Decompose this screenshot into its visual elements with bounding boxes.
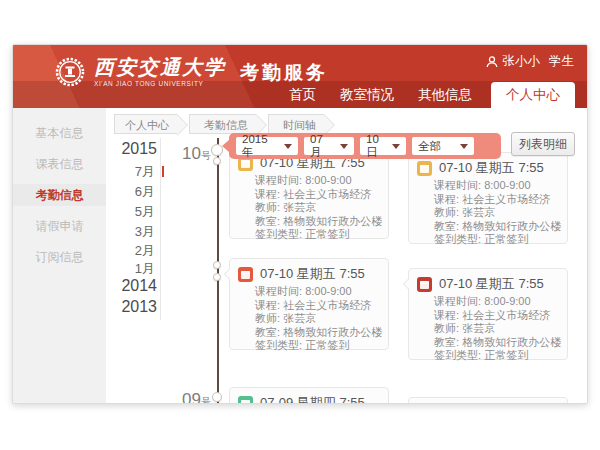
scale-month-1[interactable]: 1月 [135, 260, 155, 278]
sidebar-item-schedule-info[interactable]: 课表信息 [13, 153, 106, 175]
calendar-icon [417, 161, 432, 176]
sidebar-item-attendance-info[interactable]: 考勤信息 [13, 184, 106, 206]
chevron-down-icon [460, 144, 468, 149]
field-value: 张芸京 [283, 201, 316, 213]
field-label: 教室: [434, 220, 459, 232]
filter-bar: 2015年 07月 10日 全部 [229, 133, 501, 159]
field-label: 课程时间: [434, 295, 481, 307]
sidebar-item-leave-request[interactable]: 请假申请 [13, 215, 106, 237]
chevron-down-icon [392, 144, 400, 149]
attendance-card: 07-10 星期五 7:55 课程时间: 8:00-9:00 课程: 社会主义市… [229, 258, 389, 350]
scale-year-2014[interactable]: 2014 [121, 277, 157, 295]
user-info[interactable]: 张小小 学生 [486, 53, 575, 70]
nav-item-home[interactable]: 首页 [277, 81, 328, 108]
scale-month-7[interactable]: 7月 [135, 163, 155, 181]
day-number: 09 [182, 390, 201, 404]
field-label: 教师: [255, 201, 280, 213]
scale-separator [160, 138, 161, 320]
field-value: 8:00-9:00 [305, 174, 351, 186]
university-name-en: XI'AN JIAO TONG UNIVERSITY [94, 80, 226, 87]
type-dropdown[interactable]: 全部 [412, 137, 474, 155]
field-value: 格物致知行政办公楼 [283, 215, 382, 227]
card-date: 07-09 星期四 7:55 [260, 394, 365, 404]
timeline-axis [217, 138, 219, 403]
current-month-marker [162, 166, 164, 177]
list-detail-button[interactable]: 列表明细 [511, 132, 575, 156]
timeline-node [212, 392, 222, 402]
breadcrumb-label: 个人中心 [125, 119, 169, 131]
breadcrumb-label: 考勤信息 [204, 119, 248, 131]
university-logo-icon [55, 57, 85, 87]
field-value: 正常签到 [484, 349, 528, 361]
calendar-icon [238, 267, 253, 282]
month-dropdown-value: 07月 [310, 133, 334, 160]
nav-item-other[interactable]: 其他信息 [406, 81, 484, 108]
attendance-card: 07-10 星期五 7:55 课程时间: 8:00-9:00 课程: 社会主义市… [408, 152, 568, 244]
page: 西安交通大学 XI'AN JIAO TONG UNIVERSITY 考勤服务 张… [0, 0, 600, 450]
day-number: 10 [182, 144, 201, 163]
field-label: 课程时间: [255, 285, 302, 297]
day-dropdown-value: 10日 [366, 133, 386, 160]
university-name-cn: 西安交通大学 [94, 55, 226, 79]
timeline-day-09: 09号 [171, 390, 211, 404]
field-label: 课程: [434, 193, 459, 205]
field-value: 社会主义市场经济 [462, 193, 550, 205]
scale-year-2013[interactable]: 2013 [121, 298, 157, 316]
breadcrumb: 个人中心 考勤信息 时间轴 [114, 114, 324, 134]
breadcrumb-timeline[interactable]: 时间轴 [268, 114, 324, 134]
day-dropdown[interactable]: 10日 [360, 137, 406, 155]
day-suffix: 号 [201, 150, 211, 161]
field-label: 课程: [255, 188, 280, 200]
attendance-card: 07-10 星期五 7:55 课程时间: 8:00-9:00 课程: 社会主义市… [229, 147, 389, 239]
field-label: 课程时间: [434, 179, 481, 191]
field-value: 张芸京 [462, 206, 495, 218]
card-body: 课程时间: 8:00-9:00 课程: 社会主义市场经济 教师: 张芸京 教室:… [230, 284, 388, 353]
scale-year-2015[interactable]: 2015 [121, 140, 157, 158]
day-suffix: 号 [201, 396, 211, 404]
breadcrumb-personal-center[interactable]: 个人中心 [114, 114, 177, 134]
timeline-node [213, 261, 221, 269]
field-label: 教室: [255, 326, 280, 338]
field-label: 教室: [255, 215, 280, 227]
type-dropdown-value: 全部 [418, 139, 441, 154]
card-body: 课程时间: 8:00-9:00 课程: 社会主义市场经济 教师: 张芸京 教室:… [409, 294, 567, 363]
nav-tab-personal-center[interactable]: 个人中心 [491, 82, 575, 108]
field-label: 课程时间: [255, 174, 302, 186]
field-value: 8:00-9:00 [484, 179, 530, 191]
breadcrumb-label: 时间轴 [283, 119, 316, 131]
field-label: 签到类型: [434, 349, 481, 361]
card-header: 07-10 星期五 7:55 [230, 259, 388, 284]
year-dropdown[interactable]: 2015年 [236, 137, 298, 155]
scale-month-2[interactable]: 2月 [135, 242, 155, 260]
scale-month-6[interactable]: 6月 [135, 183, 155, 201]
calendar-icon [417, 277, 432, 292]
field-value: 格物致知行政办公楼 [283, 326, 382, 338]
card-body: 课程时间: 8:00-9:00 课程: 社会主义市场经济 教师: 张芸京 教室:… [409, 178, 567, 247]
app-header: 西安交通大学 XI'AN JIAO TONG UNIVERSITY 考勤服务 张… [13, 45, 587, 108]
card-header: 07-09 星期四 7:55 [230, 388, 388, 404]
calendar-icon [238, 396, 253, 405]
field-value: 8:00-9:00 [484, 295, 530, 307]
field-label: 教师: [255, 312, 280, 324]
timeline-node [213, 157, 221, 165]
field-value: 正常签到 [305, 339, 349, 351]
field-value: 格物致知行政办公楼 [462, 336, 561, 348]
field-value: 社会主义市场经济 [283, 188, 371, 200]
field-label: 签到类型: [255, 228, 302, 240]
breadcrumb-attendance-info[interactable]: 考勤信息 [189, 114, 256, 134]
field-value: 张芸京 [283, 312, 316, 324]
nav-item-classrooms[interactable]: 教室情况 [328, 81, 406, 108]
scale-month-5[interactable]: 5月 [135, 203, 155, 221]
field-value: 8:00-9:00 [305, 285, 351, 297]
scale-month-3[interactable]: 3月 [135, 223, 155, 241]
field-value: 格物致知行政办公楼 [462, 220, 561, 232]
chevron-down-icon [284, 144, 292, 149]
sidebar-item-subscription-info[interactable]: 订阅信息 [13, 246, 106, 268]
field-value: 社会主义市场经济 [462, 309, 550, 321]
field-label: 课程: [255, 299, 280, 311]
sidebar-item-basic-info[interactable]: 基本信息 [13, 122, 106, 144]
year-dropdown-value: 2015年 [242, 133, 278, 160]
month-dropdown[interactable]: 07月 [304, 137, 354, 155]
field-value: 张芸京 [462, 322, 495, 334]
user-icon [486, 56, 498, 68]
